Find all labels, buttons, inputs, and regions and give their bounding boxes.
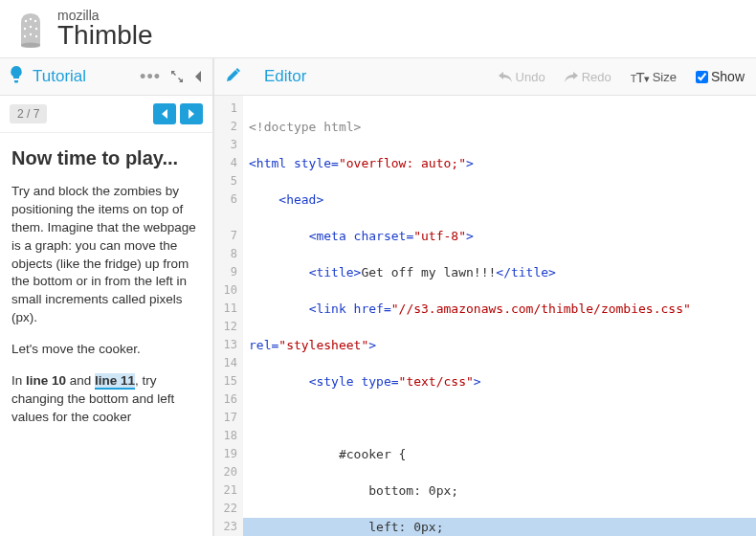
svg-point-1 bbox=[25, 20, 27, 22]
thimble-logo-icon bbox=[13, 10, 48, 48]
show-toggle[interactable]: Show bbox=[696, 69, 745, 84]
brand-text: mozilla Thimble bbox=[57, 9, 153, 49]
tutorial-paragraph-1: Try and block the zombies by positioning… bbox=[11, 183, 201, 327]
undo-button[interactable]: Undo bbox=[499, 70, 545, 84]
svg-point-3 bbox=[34, 20, 36, 22]
svg-point-7 bbox=[24, 35, 26, 37]
svg-point-4 bbox=[24, 28, 26, 30]
line-link-11[interactable]: line 11 bbox=[95, 373, 135, 390]
editor-label: Editor bbox=[264, 67, 306, 86]
redo-button[interactable]: Redo bbox=[565, 70, 611, 84]
tutorial-label[interactable]: Tutorial bbox=[33, 67, 130, 86]
text-size-button[interactable]: TT▾ Size bbox=[631, 69, 677, 85]
next-step-button[interactable] bbox=[180, 103, 203, 124]
text-size-icon: TT▾ bbox=[631, 69, 649, 85]
code-editor[interactable]: 123456789101112131415161718192021222324 … bbox=[214, 96, 756, 536]
svg-point-8 bbox=[30, 34, 32, 35]
brand-thimble: Thimble bbox=[57, 22, 153, 49]
tutorial-paragraph-2: Let's move the cooker. bbox=[11, 341, 201, 359]
svg-point-9 bbox=[35, 35, 37, 37]
lightbulb-icon bbox=[10, 66, 23, 87]
pencil-icon bbox=[226, 67, 241, 86]
tutorial-content: Now time to play... Try and block the zo… bbox=[0, 133, 212, 454]
more-icon[interactable]: ••• bbox=[140, 67, 161, 87]
editor-toolbar: Editor Undo Redo TT▾ Size Show bbox=[214, 57, 756, 96]
svg-point-5 bbox=[30, 26, 32, 28]
svg-point-2 bbox=[30, 18, 32, 20]
expand-icon[interactable] bbox=[170, 70, 184, 83]
tutorial-paragraph-3: In line 10 and line 11, try changing the… bbox=[11, 372, 201, 427]
app-header: mozilla Thimble bbox=[0, 0, 756, 57]
tutorial-nav-row: 2 / 7 bbox=[0, 96, 212, 133]
show-checkbox[interactable] bbox=[696, 71, 708, 83]
step-indicator: 2 / 7 bbox=[10, 104, 47, 123]
chevron-left-icon[interactable] bbox=[193, 70, 203, 83]
tutorial-panel: Tutorial ••• 2 / 7 Now time to play... T… bbox=[0, 57, 214, 536]
prev-step-button[interactable] bbox=[153, 103, 176, 124]
tutorial-toolbar: Tutorial ••• bbox=[0, 57, 212, 96]
tutorial-title: Now time to play... bbox=[11, 146, 201, 169]
svg-point-0 bbox=[21, 43, 40, 48]
svg-point-6 bbox=[35, 28, 37, 30]
editor-panel: Editor Undo Redo TT▾ Size Show 123456789… bbox=[214, 57, 756, 536]
code-content[interactable]: <!doctype html> <html style="overflow: a… bbox=[243, 96, 756, 536]
line-gutter: 123456789101112131415161718192021222324 bbox=[214, 96, 243, 536]
